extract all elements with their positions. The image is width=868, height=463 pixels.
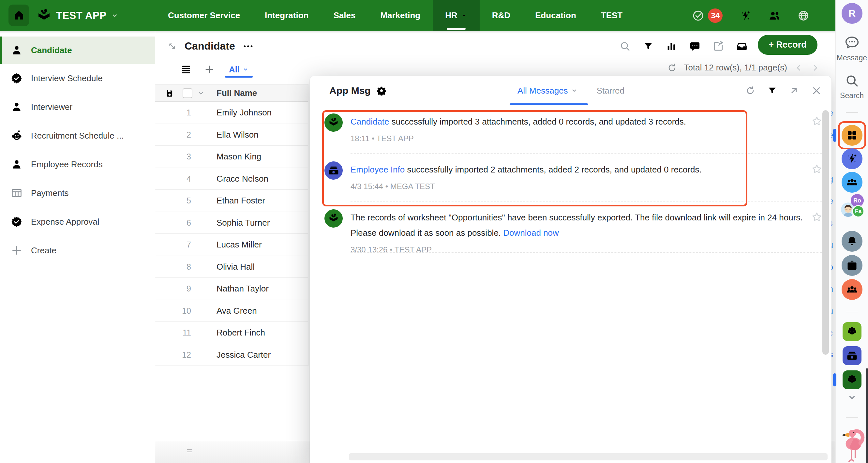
worksheet-label: Create [31,246,56,256]
nav-tab[interactable]: Education [523,0,589,31]
previous-page-icon[interactable] [794,63,803,72]
worksheet-label: Interview Schedule [31,73,103,84]
table-row[interactable]: 4 Grace Nelson [155,168,308,190]
nav-tab[interactable]: Sales [321,0,368,31]
nav-tab-label: TEST [601,10,622,21]
full-name-cell: Sophia Turner [217,212,270,234]
sidebar-worksheet-item[interactable]: Expense Approval [0,207,155,236]
user-avatar[interactable]: R [842,3,863,24]
row-number: 9 [155,278,191,299]
search-icon[interactable] [620,41,631,52]
sidebar-worksheet-item[interactable]: Payments [0,179,155,207]
dock-app-icon[interactable] [842,279,863,300]
worksheet-link[interactable]: Employee Info [350,165,405,175]
select-all-checkbox[interactable] [183,88,192,98]
add-record-button[interactable]: + Record [758,35,817,55]
dock-message-entry[interactable]: Message [836,35,868,62]
filter-icon[interactable] [768,86,777,95]
table-row[interactable]: 12 Jessica Carter [155,344,308,366]
add-view-icon[interactable] [204,64,215,75]
dock-app-icon[interactable] [842,172,863,193]
table-row[interactable]: 1 Emily Johnson [155,102,308,124]
app-switcher[interactable]: TEST APP [36,0,119,31]
nav-tab[interactable]: HR [433,0,479,31]
home-icon [13,9,25,21]
dock-search-entry[interactable]: Search [836,74,868,100]
gear-icon[interactable] [377,86,386,96]
message-tab-label: All Messages [518,86,568,96]
star-icon[interactable] [811,211,823,222]
full-name-cell: Ethan Foster [217,190,265,211]
close-icon[interactable] [811,86,822,96]
open-in-new-icon[interactable] [789,86,799,96]
dock-app-icon[interactable] [843,322,862,341]
sidebar-worksheet-item[interactable]: Interview Schedule [0,64,155,93]
share-export-icon[interactable] [713,41,724,52]
next-page-icon[interactable] [811,63,820,72]
chevron-down-icon[interactable] [847,392,857,403]
more-options-icon[interactable] [242,40,254,52]
chevron-down-icon[interactable] [197,89,205,97]
chart-icon[interactable] [666,41,677,52]
sidebar-worksheet-item[interactable]: Interviewer [0,93,155,121]
expand-diagonal-icon[interactable] [167,41,177,52]
table-row[interactable]: 6 Sophia Turner [155,212,308,234]
view-tab-all[interactable]: All [229,65,249,75]
globe-language-icon[interactable] [798,10,809,22]
home-button[interactable] [8,5,29,26]
pagination-row: Total 12 row(s), 1/1 page(s) [667,63,820,73]
comments-icon[interactable] [689,41,701,52]
refresh-icon[interactable] [667,63,677,73]
full-name-cell: Robert Finch [217,322,265,343]
flamingo-image[interactable] [838,421,867,463]
star-icon[interactable] [811,163,823,175]
automation-lightning-icon[interactable] [740,10,751,22]
table-row[interactable]: 7 Lucas Miller [155,234,308,256]
table-row[interactable]: 2 Ella Wilson [155,124,308,146]
dialog-vertical-scrollbar[interactable] [823,110,829,355]
sidebar-worksheet-item[interactable]: Recruitment Schedule ... [0,121,155,150]
full-name-cell: Grace Nelson [217,168,268,189]
row-number: 10 [155,300,191,321]
dock-divider [846,418,858,418]
table-row[interactable]: 9 Nathan Taylor [155,278,308,300]
view-tab-label: All [229,65,240,75]
worksheet-icon [11,216,23,227]
star-icon[interactable] [811,116,823,126]
nav-tab[interactable]: TEST [589,0,635,31]
refresh-icon[interactable] [745,86,755,96]
dock-app-icon[interactable] [842,148,863,169]
sidebar-worksheet-item[interactable]: Create [0,236,155,265]
message-tab[interactable]: Starred [597,76,624,105]
tasks-button[interactable]: 34 [692,8,722,23]
download-now-link[interactable]: Download now [503,228,559,238]
members-icon[interactable] [768,9,781,22]
table-row[interactable]: 5 Ethan Foster [155,190,308,212]
dialog-horizontal-scrollbar[interactable] [349,453,828,460]
table-row[interactable]: 3 Mason King [155,146,308,168]
contact-avatars-cluster[interactable]: Ro Fa [836,194,868,217]
dock-app-icon[interactable] [842,255,863,276]
dock-app-icon[interactable] [842,125,863,146]
sidebar-worksheet-item[interactable]: Candidate [0,36,155,64]
filter-icon[interactable] [643,41,653,52]
dock-app-icon[interactable] [843,370,862,389]
nav-tab[interactable]: Customer Service [156,0,252,31]
dock-app-icon[interactable] [843,346,862,365]
table-row[interactable]: 8 Olivia Hall [155,256,308,278]
nav-tab-label: Sales [333,10,355,21]
inbox-tray-icon[interactable] [736,41,747,52]
save-icon[interactable] [165,89,174,98]
table-row[interactable]: 11 Robert Finch [155,322,308,344]
sidebar-worksheet-item[interactable]: Employee Records [0,150,155,179]
nav-tab-label: Marketing [380,10,420,21]
dock-app-icon[interactable] [842,231,863,252]
nav-tab[interactable]: R&D [479,0,523,31]
worksheet-link[interactable]: Candidate [350,117,389,126]
nav-tab[interactable]: Marketing [368,0,433,31]
row-drag-handle[interactable]: = [187,445,192,456]
message-tab[interactable]: All Messages [518,76,578,105]
table-row[interactable]: 10 Ava Green [155,300,308,322]
view-list-icon[interactable] [181,64,192,75]
nav-tab[interactable]: Integration [252,0,321,31]
